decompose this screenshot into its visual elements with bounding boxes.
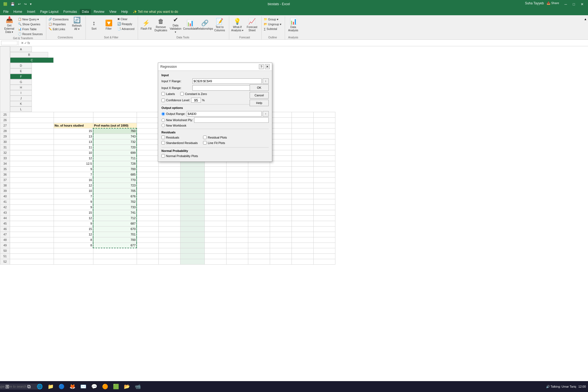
reapply-button[interactable]: 🔄 Reapply: [116, 22, 136, 26]
table-cell[interactable]: [270, 155, 292, 161]
table-cell[interactable]: [226, 183, 248, 188]
files-button[interactable]: 📂: [122, 382, 132, 391]
table-cell[interactable]: [226, 226, 248, 232]
formula-input[interactable]: [31, 41, 587, 45]
table-cell[interactable]: [270, 232, 292, 237]
properties-button[interactable]: 📋 Properties: [47, 22, 70, 26]
table-cell[interactable]: [158, 194, 180, 199]
filter-button[interactable]: 🔽 Filter: [102, 17, 116, 33]
row-number[interactable]: 51: [0, 253, 10, 259]
table-cell[interactable]: [10, 150, 54, 155]
row-number[interactable]: 41: [0, 199, 10, 204]
table-cell[interactable]: [292, 215, 313, 221]
undo-icon[interactable]: ↩: [17, 2, 22, 7]
table-cell[interactable]: [248, 199, 270, 204]
table-cell[interactable]: [10, 145, 54, 150]
menu-file[interactable]: File: [1, 9, 11, 14]
table-cell[interactable]: [292, 188, 313, 194]
table-cell[interactable]: [292, 221, 313, 226]
table-cell[interactable]: [313, 215, 335, 221]
table-cell[interactable]: [248, 237, 270, 243]
table-cell[interactable]: [270, 221, 292, 226]
table-cell[interactable]: [137, 145, 158, 150]
table-cell[interactable]: 15: [54, 226, 93, 232]
video-button[interactable]: 📹: [133, 382, 143, 391]
table-cell[interactable]: [292, 117, 313, 123]
table-cell[interactable]: [292, 237, 313, 243]
table-cell[interactable]: [226, 204, 248, 210]
col-header-a[interactable]: A: [10, 47, 32, 52]
table-cell[interactable]: 701: [93, 232, 137, 237]
restore-button[interactable]: □: [570, 1, 578, 7]
table-cell[interactable]: [180, 194, 204, 199]
input-y-field[interactable]: [192, 78, 262, 84]
table-cell[interactable]: [313, 166, 335, 172]
table-cell[interactable]: [54, 112, 93, 117]
table-cell[interactable]: [270, 259, 292, 264]
table-cell[interactable]: 12: [54, 232, 93, 237]
table-cell[interactable]: [180, 248, 204, 253]
table-cell[interactable]: [10, 237, 54, 243]
row-number[interactable]: 44: [0, 215, 10, 221]
table-cell[interactable]: [292, 166, 313, 172]
table-cell[interactable]: 9: [54, 204, 93, 210]
table-cell[interactable]: [204, 177, 226, 183]
table-cell[interactable]: [10, 161, 54, 166]
table-cell[interactable]: [158, 253, 180, 259]
ungroup-button[interactable]: 📂 Ungroup ▾: [263, 22, 283, 26]
recent-sources-button[interactable]: 🕒 Recent Sources: [17, 32, 44, 36]
menu-pagelayout[interactable]: Page Layout: [38, 9, 60, 14]
table-cell[interactable]: 8: [54, 237, 93, 243]
table-cell[interactable]: [158, 259, 180, 264]
table-cell[interactable]: [54, 248, 93, 253]
row-number[interactable]: 30: [0, 139, 10, 145]
table-cell[interactable]: [180, 243, 204, 248]
constant-zero-checkbox[interactable]: [180, 92, 184, 96]
subtotal-button[interactable]: ∑ Subtotal: [263, 27, 283, 31]
table-cell[interactable]: [270, 215, 292, 221]
minimize-button[interactable]: ─: [562, 1, 569, 7]
table-cell[interactable]: [248, 221, 270, 226]
table-cell[interactable]: [313, 183, 335, 188]
table-cell[interactable]: [313, 145, 335, 150]
table-cell[interactable]: 677: [93, 243, 137, 248]
table-cell[interactable]: [137, 243, 158, 248]
table-cell[interactable]: [313, 150, 335, 155]
table-cell[interactable]: [10, 172, 54, 177]
table-cell[interactable]: [93, 112, 137, 117]
table-cell[interactable]: [158, 215, 180, 221]
table-cell[interactable]: [204, 243, 226, 248]
table-cell[interactable]: [292, 161, 313, 166]
table-cell[interactable]: [270, 188, 292, 194]
table-cell[interactable]: [313, 232, 335, 237]
table-cell[interactable]: [137, 210, 158, 215]
cancel-formula-icon[interactable]: ✕: [21, 41, 24, 45]
menu-tell-me[interactable]: ✨ Tell me what you want to do: [131, 9, 180, 14]
table-cell[interactable]: [270, 194, 292, 199]
table-cell[interactable]: [137, 139, 158, 145]
table-cell[interactable]: [137, 248, 158, 253]
table-cell[interactable]: [137, 128, 158, 134]
table-cell[interactable]: [158, 210, 180, 215]
table-cell[interactable]: 9: [54, 199, 93, 204]
new-worksheet-radio[interactable]: [161, 118, 165, 122]
table-cell[interactable]: [313, 117, 335, 123]
row-number[interactable]: 27: [0, 123, 10, 128]
table-cell[interactable]: 711: [93, 155, 137, 161]
residuals-checkbox[interactable]: [161, 136, 165, 139]
col-header-i[interactable]: I: [10, 90, 32, 96]
row-number[interactable]: 28: [0, 128, 10, 134]
table-cell[interactable]: [137, 194, 158, 199]
table-cell[interactable]: 723: [93, 183, 137, 188]
table-cell[interactable]: [313, 210, 335, 215]
table-cell[interactable]: 12: [54, 215, 93, 221]
table-cell[interactable]: 705: [93, 188, 137, 194]
table-cell[interactable]: [292, 145, 313, 150]
table-cell[interactable]: [313, 139, 335, 145]
table-cell[interactable]: [226, 210, 248, 215]
sort-button[interactable]: ↕ Sort: [87, 17, 101, 33]
clear-button[interactable]: ✖ Clear: [116, 17, 136, 21]
table-cell[interactable]: [226, 188, 248, 194]
table-cell[interactable]: 11: [54, 145, 93, 150]
table-cell[interactable]: 712: [93, 215, 137, 221]
